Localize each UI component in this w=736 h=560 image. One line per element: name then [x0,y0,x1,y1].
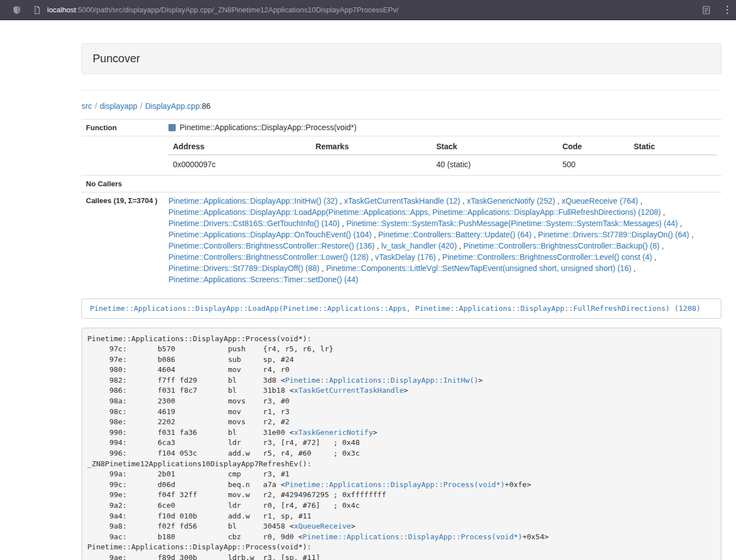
stats-value-static [629,155,717,172]
callee-link[interactable]: xTaskGetCurrentTaskHandle (12) [344,196,460,205]
callee-link[interactable]: Pinetime::Controllers::Battery::Update()… [378,230,532,239]
function-name: Pinetime::Applications::DisplayApp::Proc… [180,123,356,132]
breadcrumb-link-src[interactable]: src [81,102,92,111]
stats-header-static: Static [629,139,717,155]
function-table: Function Pinetime::Applications::Display… [81,119,721,288]
stats-header-address: Address [168,139,311,155]
reader-view-icon[interactable] [702,6,711,15]
code-symbol-link[interactable]: Pinetime::Applications::DisplayApp::Proc… [303,533,522,541]
callee-link[interactable]: lv_task_handler (420) [381,241,457,250]
stats-value-address: 0x0000097c [168,155,311,172]
breadcrumb: src/displayapp/DisplayApp.cpp:86 [81,100,721,112]
breadcrumb-separator: / [140,102,143,111]
function-row: Function Pinetime::Applications::Display… [81,120,721,136]
symbol-type-icon [168,124,176,131]
no-callers-row: No Callers [81,176,721,192]
page-identity-icon[interactable] [33,6,42,15]
callees-list: Pinetime::Applications::DisplayApp::Init… [168,195,717,285]
callees-row: Callees (19, Σ=3704 ) Pinetime::Applicat… [81,192,721,288]
callee-link[interactable]: Pinetime::Applications::DisplayApp::Init… [168,196,337,205]
callee-link[interactable]: xTaskGenericNotify (252) [467,196,555,205]
page-content: Puncover src/displayapp/DisplayApp.cpp:8… [81,20,721,560]
callee-link[interactable]: Pinetime::Controllers::BrightnessControl… [168,241,374,250]
address-bar[interactable]: localhost:5000/path/src/displayapp/Displ… [47,6,399,14]
url-host: localhost [47,6,76,14]
callee-link[interactable]: Pinetime::Drivers::Cst816S::GetTouchInfo… [168,219,340,228]
no-callers-cell [164,176,721,192]
stats-value-remarks [311,155,432,172]
stats-header-remarks: Remarks [311,139,432,155]
highlighted-symbol-box: Pinetime::Applications::DisplayApp::Load… [81,299,721,319]
function-row-label: Function [81,120,164,136]
callees-label: Callees (19, Σ=3704 ) [81,192,164,288]
page-title: Puncover [93,52,140,65]
url-path: :5000/path/src/displayapp/DisplayApp.cpp… [76,6,399,14]
app-header: Puncover [81,43,721,74]
callee-link[interactable]: Pinetime::Components::LittleVgl::SetNewT… [326,264,632,273]
no-callers-label: No Callers [81,176,164,192]
disassembly-code: Pinetime::Applications::DisplayApp::Proc… [88,334,549,560]
stats-value-stack: 40 (static) [432,155,558,172]
code-symbol-link[interactable]: xQueueReceive [294,522,351,530]
callee-link[interactable]: Pinetime::System::SystemTask::PushMessag… [346,219,678,228]
code-symbol-link[interactable]: Pinetime::Applications::DisplayApp::Init… [285,376,478,384]
callee-link[interactable]: Pinetime::Drivers::St7789::DisplayOff() … [168,264,319,273]
breadcrumb-link-file[interactable]: DisplayApp.cpp: [145,102,202,111]
callee-link[interactable]: xQueueReceive (764) [561,196,638,205]
callee-link[interactable]: vTaskDelay (176) [375,253,436,261]
callee-link[interactable]: Pinetime::Controllers::BrightnessControl… [168,253,368,261]
overflow-menu-icon[interactable] [726,6,728,14]
code-symbol-link[interactable]: Pinetime::Applications::DisplayApp::Proc… [285,480,505,489]
stats-header-stack: Stack [432,139,558,155]
callee-link[interactable]: Pinetime::Applications::DisplayApp::Load… [168,208,661,217]
callee-link[interactable]: Pinetime::Drivers::St7789::DisplayOn() (… [538,230,689,239]
empty-row-label [81,136,164,176]
disassembly-block: Pinetime::Applications::DisplayApp::Proc… [81,328,721,560]
callee-link[interactable]: Pinetime::Controllers::BrightnessControl… [442,253,652,261]
function-cell: Pinetime::Applications::DisplayApp::Proc… [164,120,721,136]
breadcrumb-line-number: 86 [202,102,211,111]
stats-header-code: Code [558,139,629,155]
stats-values-row: 0x0000097c 40 (static) 500 [168,155,717,172]
divider [81,90,721,90]
stats-table: Address Remarks Stack Code Static 0x0000… [168,139,717,172]
stats-cell: Address Remarks Stack Code Static 0x0000… [164,136,721,176]
callee-link[interactable]: Pinetime::Controllers::BrightnessControl… [463,241,659,250]
code-symbol-link[interactable]: xTaskGenericNotify [294,428,373,437]
breadcrumb-link-displayapp[interactable]: displayapp [100,102,138,111]
highlighted-symbol-link[interactable]: Pinetime::Applications::DisplayApp::Load… [90,304,701,313]
stats-value-code: 500 [558,155,629,172]
callee-link[interactable]: Pinetime::Applications::Screens::Timer::… [168,275,358,284]
stats-row: Address Remarks Stack Code Static 0x0000… [81,136,721,176]
tracking-shield-icon[interactable] [12,6,21,15]
browser-chrome: localhost:5000/path/src/displayapp/Displ… [0,0,736,20]
callee-link[interactable]: Pinetime::Applications::DisplayApp::OnTo… [168,230,372,239]
breadcrumb-separator: / [95,102,97,111]
code-symbol-link[interactable]: xTaskGetCurrentTaskHandle [294,386,404,394]
callees-cell: Pinetime::Applications::DisplayApp::Init… [164,192,721,288]
